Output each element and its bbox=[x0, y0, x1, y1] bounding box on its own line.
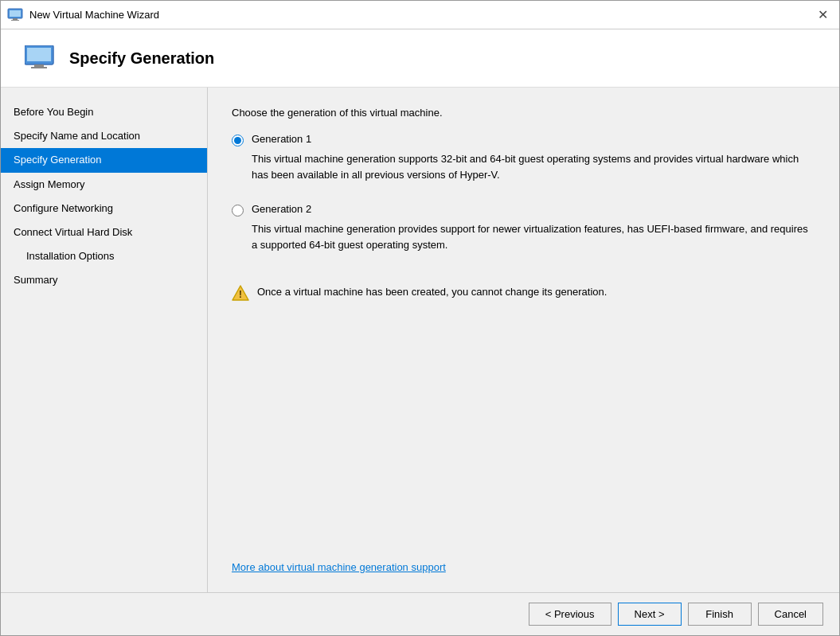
svg-rect-7 bbox=[31, 67, 47, 68]
generation-2-group: Generation 2 This virtual machine genera… bbox=[232, 203, 815, 263]
header-section: Specify Generation bbox=[1, 29, 839, 88]
sidebar-item-configure-networking[interactable]: Configure Networking bbox=[1, 197, 207, 220]
window-icon bbox=[7, 7, 23, 23]
svg-text:!: ! bbox=[239, 288, 242, 300]
svg-rect-3 bbox=[11, 20, 19, 21]
content-intro: Choose the generation of this virtual ma… bbox=[232, 107, 815, 119]
content-area: Choose the generation of this virtual ma… bbox=[208, 88, 839, 592]
generation-2-label[interactable]: Generation 2 bbox=[252, 203, 311, 215]
finish-button[interactable]: Finish bbox=[688, 603, 752, 626]
link-area: More about virtual machine generation su… bbox=[232, 545, 815, 573]
svg-rect-6 bbox=[34, 64, 44, 67]
generation-1-label[interactable]: Generation 1 bbox=[252, 133, 311, 145]
sidebar-item-installation-options[interactable]: Installation Options bbox=[1, 244, 207, 268]
close-button[interactable]: ✕ bbox=[813, 6, 833, 24]
main-window: New Virtual Machine Wizard ✕ Specify Gen… bbox=[0, 0, 840, 636]
footer: < Previous Next > Finish Cancel bbox=[1, 592, 839, 635]
cancel-button[interactable]: Cancel bbox=[758, 603, 823, 626]
warning-box: ! Once a virtual machine has been create… bbox=[232, 284, 815, 302]
generation-2-description: This virtual machine generation provides… bbox=[252, 221, 815, 252]
generation-1-radio[interactable] bbox=[232, 135, 244, 146]
title-bar: New Virtual Machine Wizard ✕ bbox=[1, 1, 839, 29]
generation-1-option[interactable]: Generation 1 bbox=[232, 133, 815, 146]
main-content: Before You Begin Specify Name and Locati… bbox=[1, 88, 839, 592]
more-info-link[interactable]: More about virtual machine generation su… bbox=[232, 561, 446, 573]
generation-1-group: Generation 1 This virtual machine genera… bbox=[232, 133, 815, 193]
page-title: Specify Generation bbox=[69, 49, 214, 68]
sidebar-item-connect-vhd[interactable]: Connect Virtual Hard Disk bbox=[1, 220, 207, 244]
title-bar-left: New Virtual Machine Wizard bbox=[7, 7, 159, 23]
sidebar-item-summary[interactable]: Summary bbox=[1, 268, 207, 292]
previous-button[interactable]: < Previous bbox=[529, 603, 611, 626]
svg-rect-1 bbox=[10, 10, 21, 17]
svg-rect-2 bbox=[13, 18, 18, 20]
sidebar-item-before-you-begin[interactable]: Before You Begin bbox=[1, 100, 207, 124]
generation-2-option[interactable]: Generation 2 bbox=[232, 203, 815, 217]
sidebar-item-specify-generation[interactable]: Specify Generation bbox=[1, 148, 207, 172]
window-title: New Virtual Machine Wizard bbox=[29, 9, 159, 21]
sidebar-item-name-location[interactable]: Specify Name and Location bbox=[1, 124, 207, 148]
sidebar-item-assign-memory[interactable]: Assign Memory bbox=[1, 173, 207, 197]
warning-text: Once a virtual machine has been created,… bbox=[257, 284, 607, 300]
content-wrapper: Choose the generation of this virtual ma… bbox=[232, 107, 815, 573]
svg-rect-5 bbox=[27, 48, 51, 61]
generation-2-radio[interactable] bbox=[232, 205, 244, 217]
sidebar: Before You Begin Specify Name and Locati… bbox=[1, 88, 208, 592]
header-icon bbox=[25, 45, 57, 71]
warning-icon: ! bbox=[232, 284, 249, 302]
generation-1-description: This virtual machine generation supports… bbox=[252, 151, 815, 182]
next-button[interactable]: Next > bbox=[618, 603, 682, 626]
